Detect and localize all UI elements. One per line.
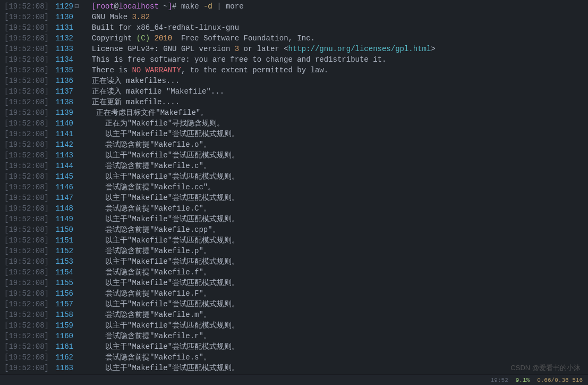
- status-timing: 0.66/0.36 516: [537, 375, 583, 386]
- terminal-line: [19:52:08] 1140 正在为"Makefile"寻找隐含规则。: [0, 118, 588, 129]
- terminal-line: [19:52:08] 1159 以主干"Makefile"尝试匹配模式规则。: [0, 320, 588, 331]
- terminal-line: [19:52:08] 1154 尝试隐含前提"Makefile.f"。: [0, 267, 588, 278]
- terminal-line: [19:52:08] 1136 正在读入 makefiles...: [0, 76, 588, 86]
- terminal-line: [19:52:08] 1162 尝试隐含前提"Makefile.s"。: [0, 352, 588, 363]
- terminal-line: [19:52:08] 1143 以主干"Makefile"尝试匹配模式规则。: [0, 150, 588, 161]
- terminal-line: [19:52:08] 1161 以主干"Makefile"尝试匹配模式规则。: [0, 341, 588, 352]
- terminal-line: [19:52:08] 1155 以主干"Makefile"尝试匹配模式规则。: [0, 278, 588, 288]
- terminal-line: [19:52:08] 1163 以主干"Makefile"尝试匹配模式规则。: [0, 363, 588, 373]
- terminal-line: [19:52:08] 1134 This is free software: y…: [0, 54, 588, 65]
- terminal-line: [19:52:08] 1139 正在考虑目标文件"Makefile"。: [0, 107, 588, 118]
- terminal-line: [19:52:08] 1157 以主干"Makefile"尝试匹配模式规则。: [0, 299, 588, 309]
- status-time: 19:52: [491, 375, 508, 386]
- terminal-line: [19:52:08] 1158 尝试隐含前提"Makefile.m"。: [0, 309, 588, 320]
- terminal-line: [19:52:08] 1147 以主干"Makefile"尝试匹配模式规则。: [0, 192, 588, 203]
- line-content: [root@localhost ~]# make -d | more: [83, 1, 244, 12]
- line-number: 1129: [51, 1, 73, 12]
- terminal-line: [19:52:08] 1146 尝试隐含前提"Makefile.cc"。: [0, 182, 588, 192]
- terminal-line: [19:52:08] 1160 尝试隐含前提"Makefile.r"。: [0, 331, 588, 341]
- terminal-output[interactable]: [19:52:08] 1129⊟ [root@localhost ~]# mak…: [0, 0, 588, 374]
- terminal-line: [19:52:08] 1148 尝试隐含前提"Makefile.C"。: [0, 203, 588, 214]
- terminal-line: [19:52:08] 1156 尝试隐含前提"Makefile.F"。: [0, 288, 588, 299]
- terminal-line: [19:52:08] 1130 GNU Make 3.82: [0, 12, 588, 22]
- terminal-line: [19:52:08] 1133 License GPLv3+: GNU GPL …: [0, 44, 588, 54]
- watermark: CSDN @爱看书的小沐: [510, 363, 581, 373]
- terminal-line: [19:52:08] 1129⊟ [root@localhost ~]# mak…: [0, 1, 588, 12]
- terminal-line: [19:52:08] 1141 以主干"Makefile"尝试匹配模式规则。: [0, 129, 588, 139]
- terminal-line: [19:52:08] 1150 尝试隐含前提"Makefile.cpp"。: [0, 224, 588, 235]
- terminal-line: [19:52:08] 1149 以主干"Makefile"尝试匹配模式规则。: [0, 214, 588, 224]
- terminal-line: [19:52:08] 1153 以主干"Makefile"尝试匹配模式规则。: [0, 256, 588, 267]
- status-percent: 9.1%: [516, 375, 530, 386]
- timestamp: [19:52:08]: [4, 1, 49, 12]
- terminal-line: [19:52:08] 1151 以主干"Makefile"尝试匹配模式规则。: [0, 235, 588, 246]
- status-bar: 19:52 9.1% 0.66/0.36 516: [0, 374, 588, 385]
- terminal-line: [19:52:08] 1131 Built for x86_64-redhat-…: [0, 22, 588, 33]
- terminal-line: [19:52:08] 1132 Copyright (C) 2010 Free …: [0, 33, 588, 44]
- terminal-line: [19:52:08] 1138 正在更新 makefile....: [0, 97, 588, 107]
- terminal-line: [19:52:08] 1145 以主干"Makefile"尝试匹配模式规则。: [0, 171, 588, 182]
- terminal-line: [19:52:08] 1152 尝试隐含前提"Makefile.p"。: [0, 246, 588, 256]
- terminal-line: [19:52:08] 1144 尝试隐含前提"Makefile.c"。: [0, 161, 588, 171]
- terminal-line: [19:52:08] 1135 There is NO WARRANTY, to…: [0, 65, 588, 76]
- fold-icon[interactable]: ⊟: [74, 1, 81, 12]
- terminal-line: [19:52:08] 1142 尝试隐含前提"Makefile.o"。: [0, 139, 588, 150]
- terminal-line: [19:52:08] 1137 正在读入 makefile "Makefile"…: [0, 86, 588, 97]
